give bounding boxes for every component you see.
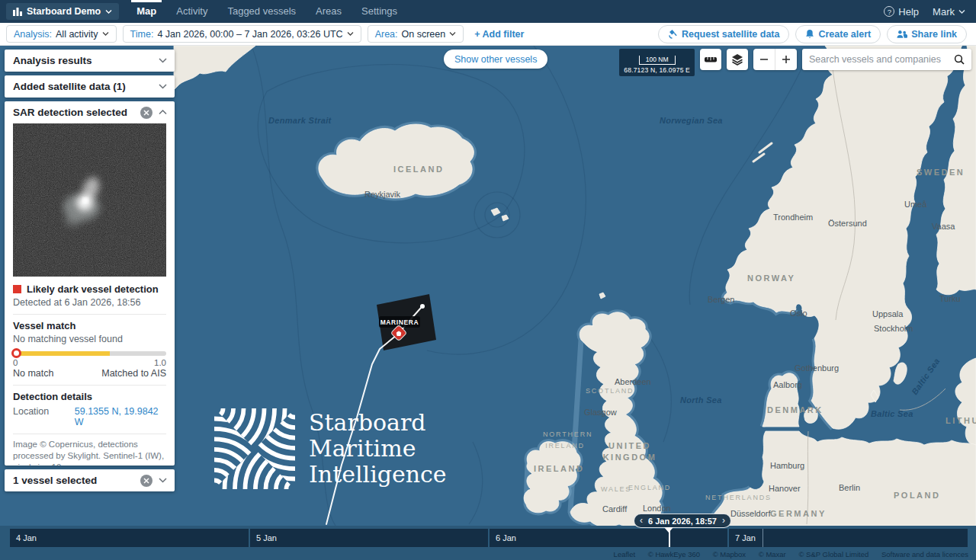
- map-label-norwegian-sea: Norwegian Sea: [660, 116, 723, 125]
- location-link[interactable]: 59.1355 N, 19.9842 W: [75, 406, 166, 427]
- request-satellite-data-label: Request satellite data: [682, 29, 780, 40]
- detection-legend-label: Likely dark vessel detection: [27, 283, 159, 295]
- scale-max-label: Matched to AIS: [101, 368, 166, 379]
- vessel-selected-panel: 1 vessel selected: [5, 469, 175, 491]
- filter-bar: Analysis: All activity Time: 4 Jan 2026,…: [0, 23, 976, 46]
- location-row: Location 59.1355 N, 19.9842 W: [13, 406, 166, 427]
- added-satellite-header[interactable]: Added satellite data (1): [5, 75, 175, 98]
- map-label-northern-ireland: NORTHERN IRELAND: [543, 429, 587, 452]
- user-menu[interactable]: Mark: [933, 6, 965, 18]
- map-label-ireland: IRELAND: [534, 464, 584, 473]
- match-scale-numbers: 0 1.0: [13, 358, 166, 367]
- chevron-down-icon: [102, 32, 109, 36]
- chevron-down-icon[interactable]: [159, 84, 167, 89]
- chevron-down-icon: [449, 32, 456, 36]
- workspace-icon: [13, 8, 22, 16]
- attribution-sp-global: © S&P Global Limited: [798, 550, 868, 558]
- tab-areas[interactable]: Areas: [306, 0, 352, 23]
- starboard-logo-text: Starboard Maritime Intelligence: [309, 410, 447, 488]
- map-label-hamburg: Hamburg: [770, 461, 804, 470]
- chevron-down-icon[interactable]: [159, 58, 167, 63]
- starboard-logo-mark-icon: [214, 408, 295, 489]
- location-label: Location: [13, 406, 75, 427]
- measure-tool-button[interactable]: [700, 49, 721, 70]
- detection-details-title: Detection details: [13, 391, 166, 402]
- scale-min-label: No match: [13, 368, 54, 379]
- chevron-up-icon[interactable]: [159, 110, 167, 115]
- share-link-button[interactable]: Share link: [887, 25, 967, 43]
- map-canvas[interactable]: Denmark Strait Norwegian Sea ICELAND Rey…: [0, 46, 976, 526]
- show-other-vessels-button[interactable]: Show other vessels: [444, 50, 547, 69]
- map-label-berlin: Berlin: [839, 483, 860, 492]
- match-score-slider: [13, 351, 166, 356]
- timeline-current-time: ‹ 6 Jan 2026, 18:57 ›: [634, 514, 731, 528]
- attribution-hawkeye: © HawkEye 360: [648, 550, 700, 558]
- create-alert-button[interactable]: Create alert: [795, 25, 881, 43]
- area-filter-value: On screen: [402, 29, 446, 40]
- timeline-day-cell[interactable]: 6 Jan: [490, 529, 727, 547]
- attribution-leaflet: Leaflet: [614, 550, 636, 558]
- layers-button[interactable]: [727, 49, 748, 70]
- chevron-down-icon: [958, 10, 965, 14]
- map-label-denmark-strait: Denmark Strait: [268, 116, 331, 125]
- added-satellite-panel: Added satellite data (1): [5, 75, 175, 98]
- tab-map[interactable]: Map: [127, 0, 166, 23]
- close-icon[interactable]: [140, 475, 152, 487]
- timeline-day-cell[interactable]: 5 Jan: [250, 529, 488, 547]
- time-filter[interactable]: Time: 4 Jan 2026, 00:00 – 7 Jan 2026, 03…: [123, 25, 361, 43]
- request-satellite-data-button[interactable]: Request satellite data: [658, 25, 790, 43]
- timeline-scrubber[interactable]: 4 Jan 5 Jan 6 Jan 7 Jan Leaflet © HawkEy…: [0, 526, 976, 560]
- search-icon: [954, 54, 965, 65]
- match-score-range: [13, 351, 110, 356]
- map-label-aberdeen: Aberdeen: [615, 377, 651, 386]
- workspace-switcher[interactable]: Starboard Demo: [6, 3, 119, 20]
- timeline-next-button[interactable]: ›: [722, 514, 725, 527]
- timeline-prev-button[interactable]: ‹: [640, 514, 643, 527]
- vessel-selected-title: 1 vessel selected: [13, 475, 140, 486]
- tab-tagged-vessels[interactable]: Tagged vessels: [217, 0, 306, 23]
- search-input[interactable]: [809, 54, 954, 65]
- plus-icon: [782, 55, 791, 64]
- layers-icon: [731, 53, 743, 66]
- left-sidebar: Analysis results Added satellite data (1…: [5, 50, 175, 495]
- timeline-day-cell[interactable]: 7 Jan: [729, 529, 968, 547]
- timeline-day-cell[interactable]: 4 Jan: [10, 529, 249, 547]
- help-button[interactable]: ? Help: [884, 6, 919, 18]
- map-label-united-kingdom: UNITED KINGDOM: [601, 440, 659, 463]
- satellite-icon: [668, 29, 678, 39]
- area-filter[interactable]: Area: On screen: [368, 25, 464, 43]
- match-score-handle[interactable]: [11, 348, 21, 358]
- map-label-norway: NORWAY: [747, 274, 795, 283]
- scale-max: 1.0: [154, 358, 166, 367]
- tab-settings[interactable]: Settings: [352, 0, 407, 23]
- timeline-current-label: 6 Jan 2026, 18:57: [648, 517, 717, 526]
- analysis-results-header[interactable]: Analysis results: [5, 50, 175, 72]
- map-controls: 100 NM 68.7123 N, 16.0975 E: [619, 49, 971, 76]
- detection-legend: Likely dark vessel detection: [13, 283, 166, 295]
- map-attribution: Leaflet © HawkEye 360 © Mapbox © Maxar ©…: [603, 550, 968, 558]
- attribution-licences-link[interactable]: Software and data licences: [881, 550, 968, 558]
- workspace-name: Starboard Demo: [27, 6, 101, 17]
- map-label-oslo: Oslo: [790, 309, 807, 318]
- vessel-selected-header[interactable]: 1 vessel selected: [5, 469, 175, 491]
- map-label-north-sea: North Sea: [680, 395, 722, 405]
- zoom-in-button[interactable]: [775, 49, 797, 70]
- sar-detection-image: [13, 123, 166, 277]
- map-label-wales: WALES: [601, 485, 631, 493]
- nav-right: ? Help Mark: [884, 6, 976, 18]
- map-label-baltic-sea: Baltic Sea: [871, 409, 913, 418]
- analysis-filter-label: Analysis:: [14, 29, 52, 40]
- close-icon[interactable]: [140, 107, 152, 119]
- map-label-denmark: DENMARK: [767, 405, 824, 414]
- tab-activity[interactable]: Activity: [166, 0, 217, 23]
- top-nav: Starboard Demo Map Activity Tagged vesse…: [0, 0, 976, 23]
- add-filter-button[interactable]: + Add filter: [474, 29, 524, 40]
- map-label-england: ENGLAND: [628, 484, 671, 491]
- map-label-glasgow: Glasgow: [584, 408, 617, 417]
- sar-detection-header[interactable]: SAR detection selected: [5, 101, 175, 123]
- zoom-out-button[interactable]: [753, 49, 775, 70]
- divider: [13, 385, 166, 386]
- create-alert-label: Create alert: [818, 29, 871, 40]
- analysis-filter[interactable]: Analysis: All activity: [6, 25, 117, 43]
- chevron-down-icon[interactable]: [159, 478, 167, 483]
